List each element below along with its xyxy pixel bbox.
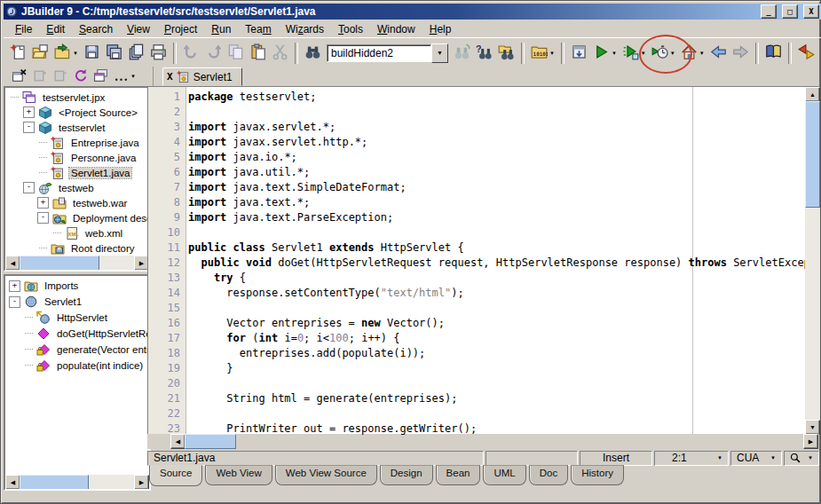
tree-item-generate-vector-entreprises[interactable]: generate(Vector entreprises) <box>5 342 149 358</box>
help-button[interactable] <box>762 42 785 65</box>
code-line-18[interactable]: 18 entreprises.add(populate(i)); <box>148 346 805 361</box>
menu-project[interactable]: Project <box>157 21 204 37</box>
debug-project-button[interactable]: ▼ <box>620 42 649 65</box>
code-line-21[interactable]: 21 String html = generate(entreprises); <box>148 391 805 406</box>
menu-search[interactable]: Search <box>72 21 120 37</box>
code-line-1[interactable]: 1package testservlet; <box>148 90 805 105</box>
code-line-23[interactable]: 23 PrintWriter out = response.getWriter(… <box>148 421 805 435</box>
remove-files-button[interactable] <box>50 65 70 88</box>
menu-wizards[interactable]: Wizards <box>279 21 331 37</box>
tree-item-servlet1-java[interactable]: Servlet1.java <box>5 165 149 180</box>
chevron-down-icon[interactable]: ▼ <box>130 74 136 79</box>
code-line-16[interactable]: 16 Vector entreprises = new Vector(); <box>148 316 805 331</box>
chevron-down-icon[interactable]: ▼ <box>670 51 675 56</box>
chevron-down-icon[interactable]: ▼ <box>699 51 705 56</box>
tree-item-personne-java[interactable]: Personne.java <box>5 150 149 165</box>
menu-window[interactable]: Window <box>370 21 422 37</box>
cut-button[interactable] <box>269 42 291 65</box>
view-tab-bean[interactable]: Bean <box>436 465 481 485</box>
code-line-19[interactable]: 19 } <box>148 361 805 376</box>
find-in-path-button[interactable] <box>495 42 517 65</box>
project-tree-hscrollbar[interactable]: ◀ ▶ <box>5 256 149 270</box>
chevron-down-icon[interactable]: ▼ <box>73 51 78 56</box>
code-line-11[interactable]: 11public class Servlet1 extends HttpServ… <box>148 240 805 256</box>
scroll-thumb[interactable] <box>805 101 820 208</box>
code-line-10[interactable]: 10 <box>148 225 805 240</box>
tree-item-entreprise-java[interactable]: Entreprise.java <box>5 135 149 150</box>
tree-item-testweb[interactable]: -testweb <box>5 180 149 195</box>
make-project-button[interactable] <box>568 42 590 65</box>
help-search-button[interactable]: ? <box>473 42 495 65</box>
view-tab-history[interactable]: History <box>571 465 624 485</box>
close-project-button[interactable] <box>9 65 29 88</box>
collapse-icon[interactable]: - <box>23 122 35 133</box>
tree-item-servlet1[interactable]: -Servlet1 <box>5 294 149 310</box>
expand-icon[interactable]: + <box>37 197 49 209</box>
menu-view[interactable]: View <box>120 21 157 37</box>
tree-item-project-source[interactable]: +<Project Source> <box>5 105 149 120</box>
menu-file[interactable]: File <box>8 21 39 37</box>
status-caret-position[interactable]: 2:1▼ <box>654 451 729 466</box>
more-options-button[interactable]: ▼ <box>111 65 138 88</box>
code-line-12[interactable]: 12 public void doGet(HttpServletRequest … <box>148 256 805 271</box>
add-files-button[interactable] <box>29 65 50 88</box>
code-line-5[interactable]: 5import java.io.*; <box>148 150 805 165</box>
tree-item-imports[interactable]: +Imports <box>5 278 149 294</box>
tree-item-httpservlet[interactable]: HttpServlet <box>5 310 149 326</box>
editor-tab-servlet1[interactable]: X Servlet1 <box>162 67 242 86</box>
scroll-thumb[interactable] <box>185 434 236 449</box>
view-tab-doc[interactable]: Doc <box>529 465 568 485</box>
minimize-button[interactable]: _ <box>761 4 777 19</box>
code-line-3[interactable]: 3import javax.servlet.*; <box>148 120 805 135</box>
status-keymap[interactable]: CUA▼ <box>730 451 782 466</box>
collapse-icon[interactable]: - <box>23 182 35 193</box>
view-tab-web-view[interactable]: Web View <box>205 465 272 485</box>
code-editor[interactable]: 1package testservlet;23import javax.serv… <box>147 86 820 435</box>
code-line-14[interactable]: 14 response.setContentType("text/html"); <box>148 286 805 301</box>
tree-item-testweb-war[interactable]: +testweb.war <box>5 195 149 210</box>
scroll-thumb[interactable] <box>20 475 89 490</box>
chevron-down-icon[interactable]: ▼ <box>549 51 555 56</box>
tree-item-testservlet-jpx[interactable]: testservlet.jpx <box>5 90 149 105</box>
tree-item-populate-int-indice[interactable]: populate(int indice) <box>5 358 149 374</box>
profile-project-button[interactable]: ▼ <box>649 42 678 65</box>
view-tab-source[interactable]: Source <box>149 465 202 486</box>
save-button[interactable] <box>81 42 103 65</box>
status-insert-mode[interactable]: Insert <box>580 451 652 466</box>
print-button[interactable] <box>147 42 170 65</box>
view-tab-uml[interactable]: UML <box>483 465 525 485</box>
scroll-left-icon[interactable]: ◀ <box>5 256 20 271</box>
scroll-right-icon[interactable]: ▶ <box>803 434 818 449</box>
tree-item-root-directory[interactable]: Root directory <box>5 240 149 256</box>
menu-team[interactable]: Team <box>238 21 278 37</box>
code-line-2[interactable]: 2 <box>148 105 805 120</box>
configuration-combobox[interactable]: buildHidden2▼ <box>327 44 448 62</box>
code-area[interactable]: 1package testservlet;23import javax.serv… <box>148 90 805 435</box>
chevron-down-icon[interactable]: ▼ <box>641 51 646 56</box>
web-run-button[interactable]: ▼ <box>678 42 707 65</box>
code-line-7[interactable]: 7import java.text.SimpleDateFormat; <box>148 180 805 195</box>
tree-item-deployment-descriptors[interactable]: -Deployment descriptors <box>5 210 149 225</box>
find-button[interactable] <box>302 42 324 65</box>
tree-item-web-xml[interactable]: XMLweb.xml <box>5 225 149 240</box>
forward-button[interactable] <box>730 42 752 65</box>
collapse-icon[interactable]: - <box>9 296 20 308</box>
configuration-combobox-value[interactable]: buildHidden2 <box>327 44 431 62</box>
menu-edit[interactable]: Edit <box>39 21 72 37</box>
scroll-left-icon[interactable]: ◀ <box>170 434 186 449</box>
code-line-6[interactable]: 6import java.util.*; <box>148 165 805 180</box>
maximize-button[interactable]: □ <box>782 4 798 19</box>
code-line-4[interactable]: 4import javax.servlet.http.*; <box>148 135 805 150</box>
code-line-20[interactable]: 20 <box>148 376 805 391</box>
new-button[interactable] <box>7 42 29 65</box>
code-line-9[interactable]: 9import java.text.ParseException; <box>148 210 805 225</box>
save-all-button[interactable] <box>103 42 125 65</box>
menu-tools[interactable]: Tools <box>331 21 370 37</box>
chevron-down-icon[interactable]: ▼ <box>431 43 448 63</box>
menu-help[interactable]: Help <box>422 21 459 37</box>
code-line-13[interactable]: 13 try { <box>148 271 805 286</box>
expand-icon[interactable]: + <box>23 106 35 118</box>
code-line-15[interactable]: 15 <box>148 301 805 316</box>
structure-hscrollbar[interactable]: ◀ ▶ <box>5 475 149 489</box>
undo-button[interactable] <box>180 42 202 65</box>
